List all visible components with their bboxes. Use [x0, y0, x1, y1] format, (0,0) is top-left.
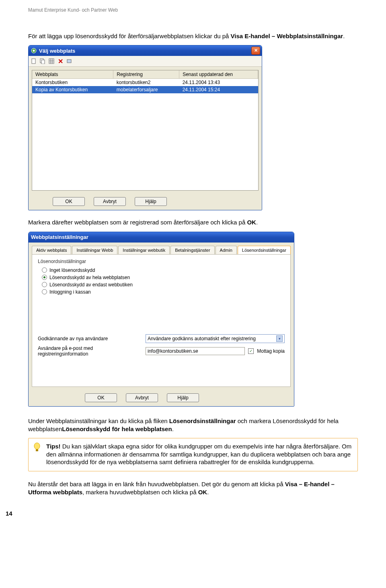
cell: Kontorsbutiken [32, 79, 113, 86]
para2-end: . [256, 219, 258, 226]
delete-icon[interactable]: ✕ [57, 58, 64, 65]
radio-inget[interactable]: Inget lösenordsskydd [38, 267, 285, 274]
para2-text: Markera därefter webbplatsen som är regi… [28, 219, 247, 226]
dialog1-buttons: OK Avbryt Hjälp [29, 194, 262, 210]
help-button[interactable]: Hjälp [167, 393, 199, 402]
dialog2-buttons: OK Avbryt Hjälp [29, 390, 294, 406]
para4-e: . [207, 489, 209, 495]
webbplats-table-wrap: Webbplats Registrering Senast uppdaterad… [32, 70, 259, 191]
webbplats-table: Webbplats Registrering Senast uppdaterad… [32, 70, 258, 93]
para-1: För att lägga upp lösenordsskydd för åte… [28, 32, 358, 40]
sender-label: Avsändare på e-post med registreringsinf… [38, 345, 142, 357]
tab-aktiv-webbplats[interactable]: Aktiv webbplats [32, 246, 71, 254]
cell: mobelaterforsaljare [113, 86, 179, 93]
para-4: Nu återstår det bara att lägga in en län… [28, 480, 358, 497]
dialog2-titlebar: Webbplatsinställningar [29, 232, 294, 243]
tips-body: Du kan självklart skapa egna sidor för o… [46, 443, 351, 465]
new-icon[interactable] [30, 58, 37, 65]
tab-installningar-webb[interactable]: Inställningar Webb [72, 246, 117, 254]
svg-point-1 [33, 50, 35, 52]
dialog1-body: Webbplats Registrering Senast uppdaterad… [29, 67, 262, 194]
radio-endast-webbutik[interactable]: Lösenordsskydd av endast webbutiken [38, 281, 285, 288]
para-2: Markera därefter webbplatsen som är regi… [28, 218, 358, 226]
para3-b: Lösenordsinställningar [169, 417, 236, 424]
help-button[interactable]: Hjälp [135, 197, 167, 206]
copy-icon[interactable] [39, 58, 46, 65]
tab-panel: Lösenordsinställningar Inget lösenordssk… [32, 254, 291, 387]
para3-a: Under Webbplatsinställningar kan du klic… [28, 417, 169, 424]
radio-hela[interactable]: Lösenordsskydd av hela webbplatsen [38, 274, 285, 281]
sender-input[interactable] [146, 347, 245, 355]
dialog1-toolbar: ✕ [29, 56, 262, 67]
cell: Kopia av Kontorsbutiken [32, 86, 113, 93]
row-godkannande: Godkännande av nya användare Användare g… [38, 334, 285, 343]
para4-c: , markera huvudwebbplatsen och klicka på [82, 489, 198, 495]
svg-rect-2 [32, 59, 35, 64]
radio-icon [42, 282, 47, 287]
dialog1-titlebar: Välj webbplats ✕ [29, 45, 262, 56]
approve-value: Användare godkänns automatiskt efter reg… [148, 336, 256, 341]
tab-installningar-webbutik[interactable]: Inställningar webbutik [118, 246, 170, 254]
radio-icon [42, 289, 47, 294]
chevron-down-icon: ▾ [276, 335, 283, 342]
tab-betalningstjanster[interactable]: Betalningstjänster [170, 246, 214, 254]
tips-label: Tips! [46, 443, 61, 450]
tips-box: Tips! Du kan självklart skapa egna sidor… [28, 438, 358, 471]
svg-point-11 [34, 443, 40, 449]
para4-a: Nu återstår det bara att lägga in en län… [28, 481, 285, 487]
page-number: 14 [6, 510, 358, 517]
cell: kontorsbutiken2 [113, 79, 179, 86]
para3-e: . [172, 426, 174, 432]
doc-header: Mamut Enterprise Kund- och Partner Web [28, 7, 358, 13]
dialog-valj-webbplats: Välj webbplats ✕ ✕ Webbplats Registrerin… [28, 45, 262, 210]
radio-inloggning-kassan[interactable]: Inloggning i kassan [38, 288, 285, 296]
para-3: Under Webbplatsinställningar kan du klic… [28, 417, 358, 434]
grid-icon[interactable] [48, 58, 55, 65]
col-registrering[interactable]: Registrering [113, 70, 179, 79]
cell: 24.11.2004 13:43 [179, 79, 258, 86]
radio-label: Lösenordsskydd av hela webbplatsen [49, 275, 130, 280]
para1-end: . [343, 33, 345, 39]
approve-select[interactable]: Användare godkänns automatiskt efter reg… [146, 334, 285, 343]
para1-text: För att lägga upp lösenordsskydd för åte… [28, 33, 231, 39]
preview-icon[interactable] [66, 58, 73, 65]
radio-label: Lösenordsskydd av endast webbutiken [49, 282, 133, 288]
tab-losenordsinstallningar[interactable]: Lösenordsinställningar [238, 246, 291, 254]
radio-label: Inget lösenordsskydd [49, 267, 95, 273]
cancel-button[interactable]: Avbryt [94, 197, 126, 206]
radio-icon [42, 267, 47, 273]
svg-rect-4 [41, 60, 45, 64]
svg-rect-5 [49, 59, 54, 64]
radio-icon [42, 275, 47, 280]
table-row[interactable]: Kontorsbutiken kontorsbutiken2 24.11.200… [32, 79, 258, 86]
mottag-kopia-label: Mottag kopia [257, 348, 285, 354]
ok-button[interactable]: OK [53, 197, 85, 206]
para1-bold: Visa E-handel – Webbplatsinställningar [231, 33, 343, 39]
dialog-webbplatsinstallningar: Webbplatsinställningar Aktiv webbplats I… [28, 232, 294, 407]
para2-bold: OK [247, 219, 256, 226]
tips-text: Tips! Du kan självklart skapa egna sidor… [46, 442, 353, 466]
para4-d: OK [198, 489, 207, 495]
table-row-selected[interactable]: Kopia av Kontorsbutiken mobelaterforsalj… [32, 86, 258, 93]
para3-d-bold: Lösenordsskydd för hela webbplatsen [62, 426, 172, 432]
approve-label: Godkännande av nya användare [38, 336, 142, 341]
mottag-kopia-checkbox[interactable]: ✓ [248, 348, 254, 354]
cell: 24.11.2004 15:24 [179, 86, 258, 93]
dialog1-title: Välj webbplats [39, 48, 251, 54]
dialog2-title: Webbplatsinställningar [31, 234, 292, 240]
col-webbplats[interactable]: Webbplats [32, 70, 113, 79]
tab-bar: Aktiv webbplats Inställningar Webb Instä… [29, 243, 294, 254]
col-senast[interactable]: Senast uppdaterad den [179, 70, 258, 79]
para3-c: och markera [236, 417, 273, 424]
lightbulb-icon [33, 442, 41, 454]
row-avsandare: Avsändare på e-post med registreringsinf… [38, 345, 285, 357]
ok-button[interactable]: OK [85, 393, 117, 402]
cancel-button[interactable]: Avbryt [126, 393, 158, 402]
app-icon [31, 48, 37, 53]
close-icon[interactable]: ✕ [251, 47, 260, 55]
tab-admin[interactable]: Admin [216, 246, 237, 254]
radio-label: Inloggning i kassan [49, 289, 91, 295]
panel-title: Lösenordsinställningar [38, 259, 285, 264]
svg-rect-10 [67, 60, 71, 63]
